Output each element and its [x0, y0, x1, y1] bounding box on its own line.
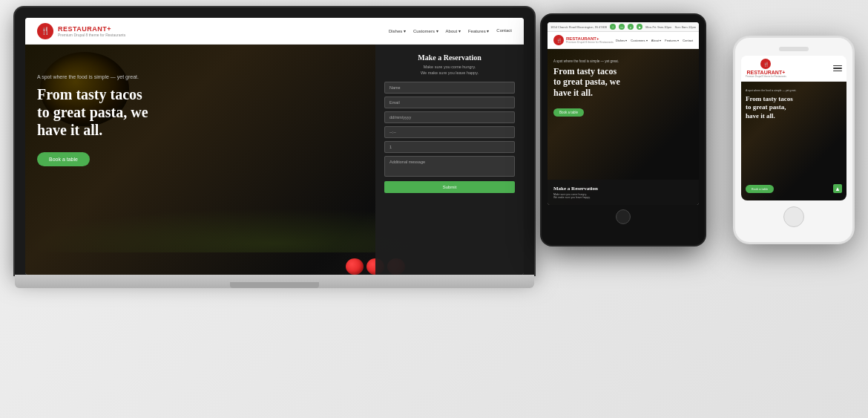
tablet-logo-icon: 🍴	[553, 35, 564, 45]
tablet-logo-subtitle: Premium Drupal 8 theme for Restaurants	[566, 41, 614, 44]
facebook-icon[interactable]: f	[610, 24, 616, 30]
tablet-hours: Mon-Fri: 9am-10pm	[645, 25, 671, 29]
laptop-device: 🍴 RESTAURANT+ Premium Drupal 8 theme for…	[15, 7, 534, 288]
phone-logo-icon: 🍴	[760, 59, 771, 69]
tablet-topbar-icons: f in p ▶	[610, 24, 642, 30]
phone-home-button[interactable]	[783, 206, 804, 227]
youtube-icon[interactable]: ▶	[637, 24, 642, 30]
laptop-base	[15, 275, 534, 288]
laptop-nav-links: Dishes ▾ Customers ▾ About ▾ Features ▾ …	[389, 28, 512, 33]
hamburger-line-1	[833, 65, 842, 67]
reservation-email-field[interactable]: Email	[384, 97, 515, 108]
tablet-nav-dishes[interactable]: Dishes ▾	[616, 39, 627, 42]
scroll-to-top-button[interactable]: ▲	[833, 184, 842, 193]
tablet-hero: A spot where the food is simple — yet gr…	[548, 49, 699, 205]
laptop-screen-outer: 🍴 RESTAURANT+ Premium Drupal 8 theme for…	[15, 7, 534, 275]
reservation-date-field[interactable]: dd/mm/yyyy	[384, 111, 515, 123]
laptop-logo: 🍴 RESTAURANT+ Premium Drupal 8 theme for…	[37, 23, 125, 39]
nav-about[interactable]: About ▾	[446, 28, 461, 33]
scene: 🍴 RESTAURANT+ Premium Drupal 8 theme for…	[0, 0, 868, 418]
tablet-logo: 🍴 RESTAURANT+ Premium Drupal 8 theme for…	[553, 35, 614, 45]
laptop-hero-headline: From tasty tacosto great pasta, wehave i…	[37, 85, 245, 139]
tablet-nav-about[interactable]: About ▾	[651, 39, 662, 42]
tablet-topbar: 1654 Chanck Road Bloomington, IN 47408 f…	[548, 22, 699, 32]
nav-features[interactable]: Features ▾	[468, 28, 489, 33]
laptop-reservation-form: Name Email dd/mm/yyyy --:-- 1 Additional…	[384, 82, 515, 193]
tablet-book-table-button[interactable]: Book a table	[553, 108, 584, 117]
tablet-nav-customers[interactable]: Customers ▾	[631, 39, 647, 42]
phone-logo-subtitle: Premium Drupal 8 theme for Restaurants	[746, 75, 786, 78]
nav-dishes[interactable]: Dishes ▾	[389, 28, 406, 33]
tablet-nav-contact[interactable]: Contact	[683, 39, 693, 42]
laptop-logo-text: RESTAURANT+ Premium Drupal 8 theme for R…	[58, 25, 125, 37]
pinterest-icon[interactable]: p	[628, 24, 634, 30]
tablet-home-button[interactable]	[616, 209, 631, 224]
tablet-reservation-subtitle: Make sure you come hungry.We make sure y…	[553, 193, 693, 199]
laptop-logo-subtitle: Premium Drupal 8 theme for Restaurants	[58, 33, 125, 37]
phone-hero-tagline: A spot where the food is simple — yet gr…	[746, 89, 796, 92]
tablet-sun-hours: Sun: 8am-12pm	[675, 25, 696, 29]
tomato-1	[346, 258, 364, 275]
tablet-hero-text: A spot where the food is simple — yet gr…	[553, 59, 620, 98]
laptop-logo-title: RESTAURANT+	[58, 25, 125, 33]
phone-hero-headline: From tasty tacosto great pasta,have it a…	[746, 95, 796, 120]
laptop-hero: A spot where the food is simple — yet gr…	[25, 45, 524, 275]
tablet-reservation-panel: Make a Reservation Make sure you come hu…	[548, 180, 699, 205]
tablet-screen-content: 1654 Chanck Road Bloomington, IN 47408 f…	[548, 22, 699, 205]
phone-navbar: 🍴 RESTAURANT+ Premium Drupal 8 theme for…	[741, 56, 846, 82]
hamburger-line-3	[833, 71, 842, 72]
tablet-nav-features[interactable]: Features ▾	[665, 39, 679, 42]
nav-contact[interactable]: Contact	[496, 28, 512, 33]
tablet-hero-tagline: A spot where the food is simple — yet gr…	[553, 59, 620, 63]
reservation-submit-button[interactable]: Submit	[384, 181, 515, 193]
hamburger-line-2	[833, 68, 842, 69]
tablet-reservation-title: Make a Reservation	[553, 186, 693, 192]
phone-hero-text: A spot where the food is simple — yet gr…	[746, 89, 796, 120]
phone-device: 🍴 RESTAURANT+ Premium Drupal 8 theme for…	[734, 37, 853, 243]
laptop-reservation-panel: Make a Reservation Make sure you come hu…	[375, 45, 524, 275]
laptop-screen-content: 🍴 RESTAURANT+ Premium Drupal 8 theme for…	[25, 18, 524, 275]
reservation-time-field[interactable]: --:--	[384, 126, 515, 138]
phone-screen-content: 🍴 RESTAURANT+ Premium Drupal 8 theme for…	[741, 56, 846, 200]
laptop-reservation-subtitle: Make sure you come hungry.We make sure y…	[384, 65, 515, 76]
laptop-book-table-button[interactable]: Book a table	[37, 152, 90, 166]
tablet-device: 1654 Chanck Road Bloomington, IN 47408 f…	[542, 15, 705, 245]
nav-customers[interactable]: Customers ▾	[413, 28, 438, 33]
laptop-reservation-title: Make a Reservation	[384, 53, 515, 62]
reservation-guests-field[interactable]: 1	[384, 141, 515, 153]
phone-notch	[779, 47, 809, 51]
instagram-icon[interactable]: in	[619, 24, 625, 30]
phone-outer-frame: 🍴 RESTAURANT+ Premium Drupal 8 theme for…	[734, 37, 853, 243]
phone-logo: 🍴 RESTAURANT+ Premium Drupal 8 theme for…	[746, 59, 786, 78]
phone-logo-title: RESTAURANT+	[746, 70, 785, 75]
laptop-logo-icon: 🍴	[37, 23, 53, 39]
reservation-message-field[interactable]: Additional message	[384, 156, 515, 177]
laptop-hero-text: A spot where the food is simple — yet gr…	[37, 74, 245, 166]
tablet-logo-text-wrap: RESTAURANT+ Premium Drupal 8 theme for R…	[566, 36, 614, 44]
tablet-nav-links: Dishes ▾ Customers ▾ About ▾ Features ▾ …	[616, 39, 693, 42]
laptop-navbar: 🍴 RESTAURANT+ Premium Drupal 8 theme for…	[25, 18, 524, 45]
reservation-name-field[interactable]: Name	[384, 82, 515, 94]
laptop-hero-tagline: A spot where the food is simple — yet gr…	[37, 74, 245, 79]
tablet-navbar: 🍴 RESTAURANT+ Premium Drupal 8 theme for…	[548, 32, 699, 49]
tablet-outer-frame: 1654 Chanck Road Bloomington, IN 47408 f…	[542, 15, 705, 245]
phone-hero: A spot where the food is simple — yet gr…	[741, 82, 846, 200]
hamburger-menu-button[interactable]	[833, 65, 842, 72]
tablet-address: 1654 Chanck Road Bloomington, IN 47408	[550, 25, 607, 29]
phone-book-table-button[interactable]: Book a table	[746, 185, 774, 193]
tablet-hero-headline: From tasty tacosto great pasta, wehave i…	[553, 66, 620, 98]
